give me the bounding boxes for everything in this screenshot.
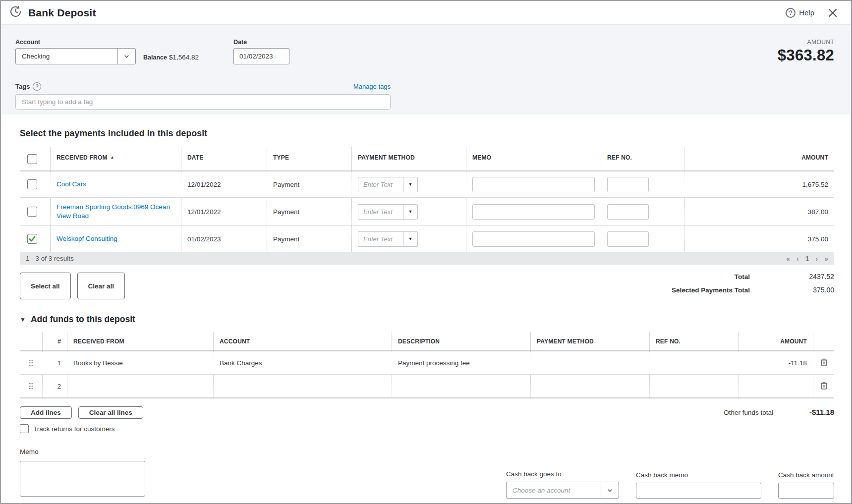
column-header-received-from[interactable]: RECEIVED FROM▲ (50, 147, 181, 170)
dropdown-arrow-icon[interactable]: ▼ (403, 232, 417, 246)
funds-description-cell[interactable]: Payment processing fee (392, 351, 530, 374)
payment-method-combo[interactable]: ▼ (358, 204, 418, 220)
chevron-down-icon[interactable] (117, 49, 135, 64)
total-label: Total (735, 273, 750, 280)
help-icon: ? (786, 8, 795, 18)
chevron-down-icon[interactable] (601, 482, 619, 498)
ref-no-input[interactable] (607, 177, 649, 192)
other-funds-total-label: Other funds total (724, 409, 773, 416)
dropdown-arrow-icon[interactable]: ▼ (403, 177, 417, 192)
cash-back-memo-group: Cash back memo (636, 471, 761, 499)
cash-back-amount-input[interactable] (778, 483, 834, 499)
add-funds-title: Add funds to this deposit (31, 314, 135, 325)
pagination-current-page: 1 (805, 255, 809, 263)
clear-all-button[interactable]: Clear all (77, 273, 125, 299)
cash-back-memo-input[interactable] (636, 483, 761, 499)
pagination-next[interactable]: › (816, 255, 818, 263)
payments-table: RECEIVED FROM▲ DATE TYPE PAYMENT METHOD … (20, 147, 834, 265)
memo-input[interactable] (472, 231, 595, 247)
help-button[interactable]: ? Help (786, 8, 814, 18)
payments-table-header: RECEIVED FROM▲ DATE TYPE PAYMENT METHOD … (20, 147, 834, 171)
tags-label: Tags (15, 83, 30, 90)
account-field-group: Account Checking (15, 39, 136, 64)
customer-link[interactable]: Freeman Sporting Goods:0969 Ocean View R… (57, 203, 175, 221)
memo-input[interactable] (472, 177, 595, 192)
clear-all-lines-button[interactable]: Clear all lines (78, 406, 143, 419)
results-bar: 1 - 3 of 3 results « ‹ 1 › » (20, 252, 834, 265)
deposit-summary-band: Account Checking Balance$1,564.82 Date A… (1, 25, 851, 114)
cash-back-memo-label: Cash back memo (636, 471, 761, 479)
account-label: Account (15, 39, 136, 46)
memo-textarea[interactable] (20, 461, 145, 497)
payments-section-title: Select the payments included in this dep… (20, 128, 834, 139)
column-header-date: DATE (181, 147, 267, 170)
track-returns-label: Track returns for customers (33, 425, 115, 433)
row-checkbox[interactable] (27, 207, 37, 217)
payment-method-input[interactable] (358, 177, 403, 192)
delete-line-button[interactable] (819, 380, 829, 392)
funds-row: 1 Books by Bessie Bank Charges Payment p… (20, 351, 834, 375)
drag-handle[interactable] (20, 375, 42, 397)
delete-line-button[interactable] (819, 357, 829, 369)
select-all-checkbox[interactable] (27, 154, 37, 164)
amount-label: AMOUNT (778, 39, 834, 46)
payment-method-input[interactable] (358, 205, 403, 219)
select-all-button[interactable]: Select all (20, 273, 71, 299)
cash-back-account-select[interactable]: Choose an account (506, 482, 619, 499)
pagination: « ‹ 1 › » (786, 255, 828, 263)
funds-received-from-cell[interactable] (67, 375, 213, 397)
memo-field-group: Memo (20, 448, 145, 499)
pagination-first[interactable]: « (786, 255, 790, 263)
account-balance: Balance$1,564.82 (143, 54, 199, 61)
funds-payment-method-cell[interactable] (530, 351, 649, 374)
payment-method-combo[interactable]: ▼ (358, 177, 418, 192)
funds-amount-cell[interactable] (738, 375, 813, 397)
bank-deposit-history-icon[interactable] (9, 5, 22, 20)
row-checkbox-checked[interactable] (27, 234, 37, 244)
pagination-prev[interactable]: ‹ (796, 255, 799, 263)
payment-method-input[interactable] (358, 232, 403, 246)
payment-amount: 1,675.52 (684, 171, 834, 197)
payment-amount: 375.00 (684, 226, 834, 252)
tags-help-icon[interactable]: ? (33, 82, 41, 91)
column-header-amount: AMOUNT (738, 332, 813, 350)
ref-no-input[interactable] (607, 204, 649, 220)
column-header-payment-method: PAYMENT METHOD (530, 332, 649, 350)
funds-ref-no-cell[interactable] (649, 375, 738, 397)
payments-totals: Total 2437.52 Selected Payments Total 37… (672, 273, 834, 299)
column-header-description: DESCRIPTION (392, 332, 530, 350)
date-input[interactable] (233, 48, 289, 64)
funds-payment-method-cell[interactable] (530, 375, 649, 397)
selected-payments-total-label: Selected Payments Total (672, 286, 750, 294)
funds-account-cell[interactable] (213, 375, 392, 397)
customer-link[interactable]: Weiskopf Consulting (57, 234, 117, 243)
page-title: Bank Deposit (28, 7, 96, 19)
dropdown-arrow-icon[interactable]: ▼ (403, 205, 417, 219)
memo-input[interactable] (472, 204, 595, 220)
tags-input[interactable] (15, 94, 391, 110)
add-lines-button[interactable]: Add lines (20, 406, 72, 419)
customer-link[interactable]: Cool Cars (57, 180, 86, 189)
column-header-type: TYPE (267, 147, 351, 170)
account-select[interactable]: Checking (15, 48, 136, 64)
ref-no-input[interactable] (607, 231, 649, 247)
column-header-received-from: RECEIVED FROM (67, 332, 213, 350)
add-funds-section-toggle[interactable]: ▼ Add funds to this deposit (20, 314, 834, 325)
total-value: 2437.52 (750, 273, 834, 280)
funds-account-cell[interactable]: Bank Charges (213, 351, 392, 374)
payment-method-combo[interactable]: ▼ (358, 231, 418, 247)
funds-description-cell[interactable] (392, 375, 530, 397)
funds-ref-no-cell[interactable] (649, 351, 738, 374)
track-returns-checkbox[interactable] (20, 424, 29, 433)
row-checkbox[interactable] (27, 179, 37, 189)
pagination-last[interactable]: » (824, 255, 828, 263)
column-header-ref-no: REF NO. (649, 332, 738, 350)
sort-asc-icon: ▲ (111, 155, 114, 160)
amount-summary: AMOUNT $363.82 (778, 39, 834, 64)
funds-table-header: # RECEIVED FROM ACCOUNT DESCRIPTION PAYM… (20, 332, 834, 351)
funds-received-from-cell[interactable]: Books by Bessie (67, 351, 213, 374)
close-icon[interactable] (827, 7, 838, 18)
funds-amount-cell[interactable]: -11.18 (738, 351, 813, 374)
manage-tags-link[interactable]: Manage tags (353, 83, 391, 90)
drag-handle[interactable] (20, 351, 42, 374)
